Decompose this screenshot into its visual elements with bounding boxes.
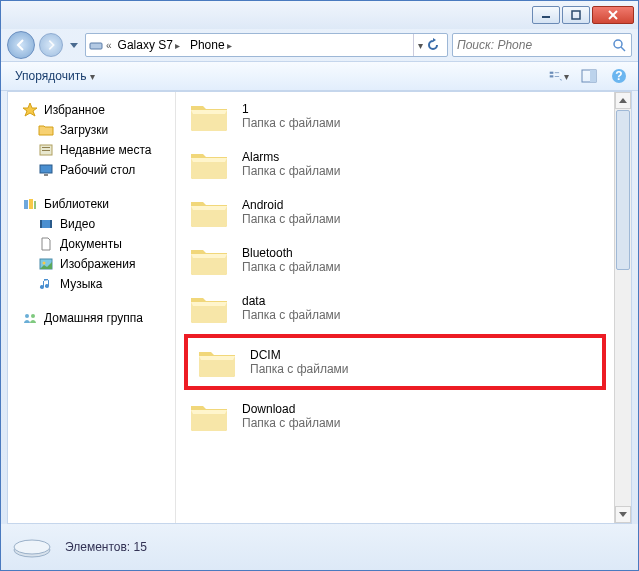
svg-rect-1 [572,11,580,19]
chevron-right-icon: ▸ [175,40,180,51]
sidebar-label: Музыка [60,277,102,291]
scrollbar-track[interactable] [615,271,631,506]
sidebar-label: Загрузки [60,123,108,137]
folder-name: 1 [242,102,341,116]
status-text: Элементов: 15 [65,540,147,554]
folder-name: Alarms [242,150,341,164]
sidebar-item-recent[interactable]: Недавние места [8,140,175,160]
svg-rect-24 [40,220,42,228]
folder-icon [188,398,230,434]
folder-subtype: Папка с файлами [242,308,341,322]
folder-subtype: Папка с файлами [242,164,341,178]
svg-rect-19 [44,174,48,176]
sidebar-item-music[interactable]: Музыка [8,274,175,294]
sidebar-libraries[interactable]: Библиотеки [8,194,175,214]
folder-icon [188,98,230,134]
body: Избранное Загрузки Недавние места Рабочи… [7,91,632,524]
svg-rect-17 [42,150,50,151]
folder-icon [188,194,230,230]
folder-subtype: Папка с файлами [242,416,341,430]
sidebar-label: Документы [60,237,122,251]
folder-name: data [242,294,341,308]
svg-rect-9 [555,72,559,73]
folder-item[interactable]: DCIMПапка с файлами [184,334,606,390]
folder-icon [196,344,238,380]
scroll-down-button[interactable] [615,506,631,523]
view-options-button[interactable]: ▾ [548,65,570,87]
maximize-button[interactable] [562,6,590,24]
video-icon [38,216,54,232]
picture-icon [38,256,54,272]
folder-item[interactable]: dataПапка с файлами [176,284,614,332]
address-bar: « Galaxy S7▸ Phone▸ ▾ [1,29,638,61]
forward-button[interactable] [39,33,63,57]
refresh-icon[interactable] [425,37,441,53]
folder-subtype: Папка с файлами [242,260,341,274]
folder-subtype: Папка с файлами [242,116,341,130]
svg-rect-4 [90,43,102,49]
sidebar-item-downloads[interactable]: Загрузки [8,120,175,140]
minimize-button[interactable] [532,6,560,24]
device-icon [88,37,104,53]
folder-item[interactable]: 1Папка с файлами [176,92,614,140]
sidebar-item-pictures[interactable]: Изображения [8,254,175,274]
homegroup-icon [22,310,38,326]
folder-subtype: Папка с файлами [250,362,349,376]
vertical-scrollbar[interactable] [614,92,631,523]
search-input[interactable] [457,38,611,52]
folder-item[interactable]: AlarmsПапка с файлами [176,140,614,188]
scrollbar-thumb[interactable] [616,110,630,270]
music-icon [38,276,54,292]
svg-rect-7 [550,72,554,74]
sidebar-item-videos[interactable]: Видео [8,214,175,234]
organize-button[interactable]: Упорядочить ▾ [9,67,101,85]
preview-pane-button[interactable] [578,65,600,87]
help-button[interactable]: ? [608,65,630,87]
sidebar-item-documents[interactable]: Документы [8,234,175,254]
sidebar-label: Избранное [44,103,105,117]
breadcrumb-segment[interactable]: Galaxy S7▸ [114,38,184,52]
breadcrumb-segment[interactable]: Phone▸ [186,38,236,52]
svg-rect-18 [40,165,52,173]
folder-item[interactable]: AndroidПапка с файлами [176,188,614,236]
folder-item[interactable]: DownloadПапка с файлами [176,392,614,440]
search-box[interactable] [452,33,632,57]
sidebar-label: Домашняя группа [44,311,143,325]
svg-rect-8 [550,75,554,77]
svg-line-6 [621,47,625,51]
folder-name: Bluetooth [242,246,341,260]
navigation-pane: Избранное Загрузки Недавние места Рабочи… [8,92,176,523]
folder-icon [188,242,230,278]
back-button[interactable] [7,31,35,59]
folder-name: Download [242,402,341,416]
svg-point-5 [614,40,622,48]
folder-icon [38,122,54,138]
svg-rect-25 [50,220,52,228]
breadcrumb[interactable]: « Galaxy S7▸ Phone▸ ▾ [85,33,448,57]
sidebar-homegroup[interactable]: Домашняя группа [8,308,175,328]
sidebar-favorites[interactable]: Избранное [8,100,175,120]
sidebar-label: Изображения [60,257,135,271]
address-refresh: ▾ [413,34,445,56]
explorer-window: « Galaxy S7▸ Phone▸ ▾ Упорядочить ▾ ▾ ? … [0,0,639,571]
drive-icon [11,532,53,562]
scroll-up-button[interactable] [615,92,631,109]
dropdown-icon[interactable]: ▾ [418,40,423,51]
svg-rect-21 [29,199,33,209]
history-dropdown[interactable] [67,33,81,57]
sidebar-item-desktop[interactable]: Рабочий стол [8,160,175,180]
breadcrumb-label: Galaxy S7 [118,38,173,52]
folder-item[interactable]: BluetoothПапка с файлами [176,236,614,284]
titlebar [1,1,638,29]
recent-icon [38,142,54,158]
libraries-icon [22,196,38,212]
svg-point-31 [14,540,50,554]
close-button[interactable] [592,6,634,24]
svg-rect-22 [34,201,36,209]
toolbar: Упорядочить ▾ ▾ ? [1,61,638,91]
search-icon[interactable] [611,37,627,53]
document-icon [38,236,54,252]
content-pane: 1Папка с файламиAlarmsПапка с файламиAnd… [176,92,631,523]
desktop-icon [38,162,54,178]
svg-point-27 [43,262,46,265]
